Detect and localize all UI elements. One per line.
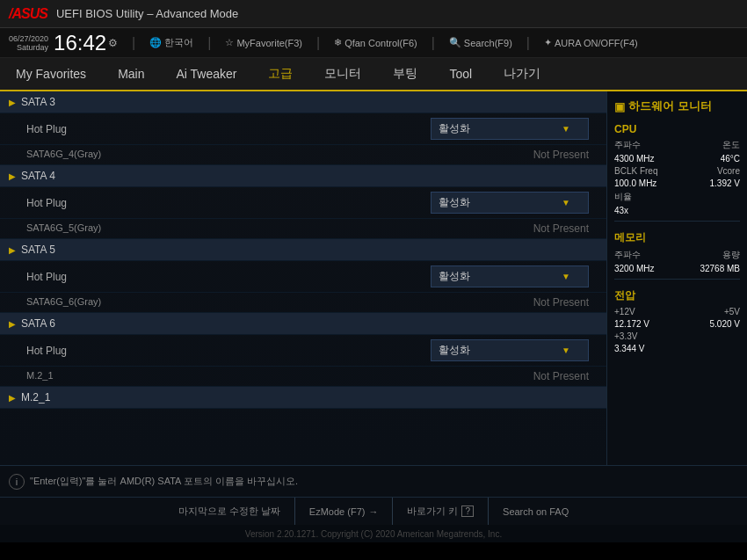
topbar-sep4: |: [432, 35, 435, 51]
sata3-arrow: ▶: [9, 98, 16, 107]
sata5-subrow-label: SATA6G_6(Gray): [26, 296, 101, 309]
sata4-hotplug-value: 활성화: [439, 195, 470, 210]
nav-exit[interactable]: 나가기: [488, 58, 556, 90]
date-display: 06/27/2020: [9, 34, 48, 43]
v5-label: +5V: [724, 307, 740, 316]
sata3-hotplug-label: Hot Plug: [26, 123, 431, 135]
sata6-header[interactable]: ▶ SATA 6: [0, 313, 606, 335]
sata4-subrow-label: SATA6G_5(Gray): [26, 222, 101, 235]
bios-title: UEFI BIOS Utility – Advanced Mode: [56, 7, 238, 20]
voltage-section-label: 전압: [614, 288, 740, 303]
memory-section-label: 메모리: [614, 230, 740, 245]
last-modified-button[interactable]: 마지막으로 수정한 날짜: [164, 498, 295, 525]
nav-my-favorites[interactable]: My Favorites: [0, 58, 102, 90]
bclk-value: 100.0 MHz: [614, 178, 656, 188]
sata3-label: SATA 3: [21, 96, 55, 108]
ezmode-label: EzMode (F7): [309, 506, 366, 517]
cpu-freq-label: 주파수: [614, 139, 641, 151]
m2-header[interactable]: ▶ M.2_1: [0, 387, 606, 409]
v12-v5-values-row: 12.172 V 5.020 V: [614, 319, 740, 329]
sata4-arrow: ▶: [9, 171, 16, 181]
sata5-header[interactable]: ▶ SATA 5: [0, 239, 606, 261]
ratio-label-row: 비율: [614, 191, 740, 203]
v33-value: 3.344 V: [614, 344, 644, 353]
ezmode-icon: →: [368, 506, 378, 517]
mem-freq-label: 주파수: [614, 249, 641, 261]
bclk-label: BCLK Freq: [614, 166, 657, 176]
sata5-hotplug-label: Hot Plug: [26, 271, 431, 283]
sata4-hotplug-label: Hot Plug: [26, 197, 431, 209]
shortcuts-button[interactable]: 바로가기 키 ?: [393, 498, 489, 525]
ratio-value: 43x: [614, 206, 628, 215]
sata5-hotplug-dropdown[interactable]: 활성화 ▼: [431, 265, 589, 287]
search-button[interactable]: 🔍 Search(F9): [449, 37, 512, 48]
bclk-vcore-label-row: BCLK Freq Vcore: [614, 166, 740, 176]
topbar-sep1: |: [132, 35, 135, 51]
nav-monitor[interactable]: 모니터: [308, 58, 377, 90]
ratio-label: 비율: [614, 191, 632, 203]
sata3-subrow-label: SATA6G_4(Gray): [26, 149, 101, 161]
sata4-subrow-value: Not Present: [533, 222, 589, 235]
v12-value: 12.172 V: [614, 319, 649, 329]
m2-arrow: ▶: [9, 393, 16, 403]
sata4-label: SATA 4: [21, 170, 55, 182]
version-text: Version 2.20.1271. Copyright (C) 2020 Am…: [245, 529, 502, 539]
search-icon: 🔍: [449, 37, 461, 48]
sata4-header[interactable]: ▶ SATA 4: [0, 165, 606, 187]
sidebar-divider-2: [614, 279, 740, 280]
sata3-hotplug-dropdown[interactable]: 활성화 ▼: [431, 118, 589, 140]
navbar: My Favorites Main Ai Tweaker 고급 모니터 부팅 T…: [0, 58, 747, 91]
sata6-arrow: ▶: [9, 319, 16, 329]
nav-ai-tweaker[interactable]: Ai Tweaker: [160, 58, 252, 90]
cpu-temp-value: 46°C: [721, 154, 740, 164]
mem-values-row: 3200 MHz 32768 MB: [614, 264, 740, 273]
sata6-label: SATA 6: [21, 317, 55, 330]
bclk-vcore-value-row: 100.0 MHz 1.392 V: [614, 178, 740, 188]
myfavorite-button[interactable]: ☆ MyFavorite(F3): [225, 37, 302, 48]
m2-label: M.2_1: [21, 391, 50, 404]
dropdown-arrow-3: ▼: [562, 272, 570, 281]
sata3-subrow: SATA6G_4(Gray) Not Present: [0, 145, 606, 165]
aura-icon: ✦: [544, 37, 552, 48]
v12-v5-labels-row: +12V +5V: [614, 307, 740, 316]
v5-value: 5.020 V: [710, 319, 740, 329]
bios-content: ▶ SATA 3 Hot Plug 활성화 ▼ SATA6G_4(Gray) N…: [0, 91, 606, 465]
main-layout: ▶ SATA 3 Hot Plug 활성화 ▼ SATA6G_4(Gray) N…: [0, 91, 747, 465]
topbar-sep5: |: [526, 35, 530, 51]
sata3-subrow-value: Not Present: [533, 149, 589, 161]
infobar: i "Enter(입력)"를 눌러 AMD(R) SATA 포트의 이름을 바꾸…: [0, 465, 747, 497]
search-faq-button[interactable]: Search on FAQ: [489, 498, 583, 525]
sata6-hotplug-value: 활성화: [439, 343, 470, 358]
v33-label: +3.3V: [614, 331, 637, 341]
cpu-freq-value: 4300 MHz: [614, 154, 655, 164]
nav-advanced[interactable]: 고급: [252, 58, 308, 91]
sata5-label: SATA 5: [21, 244, 55, 256]
language-button[interactable]: 🌐 한국어: [149, 36, 193, 49]
nav-boot[interactable]: 부팅: [377, 58, 433, 90]
last-modified-label: 마지막으로 수정한 날짜: [178, 505, 280, 518]
sata5-arrow: ▶: [9, 245, 16, 255]
sata4-hotplug-dropdown[interactable]: 활성화 ▼: [431, 192, 589, 214]
nav-tool[interactable]: Tool: [433, 58, 488, 90]
vcore-label: Vcore: [717, 166, 740, 176]
dropdown-arrow-2: ▼: [562, 198, 570, 207]
aura-button[interactable]: ✦ AURA ON/OFF(F4): [544, 37, 638, 48]
sata3-header[interactable]: ▶ SATA 3: [0, 91, 606, 113]
sata6-subrow: M.2_1 Not Present: [0, 367, 606, 387]
cpu-freq-value-row: 4300 MHz 46°C: [614, 154, 740, 164]
sata6-subrow-value: Not Present: [533, 370, 589, 382]
globe-icon: 🌐: [149, 37, 162, 48]
sata6-hotplug-row: Hot Plug 활성화 ▼: [0, 335, 606, 367]
cpu-freq-row: 주파수 온도: [614, 139, 740, 151]
bottombar: 마지막으로 수정한 날짜 EzMode (F7) → 바로가기 키 ? Sear…: [0, 497, 747, 525]
ezmode-button[interactable]: EzMode (F7) →: [295, 498, 394, 525]
nav-main[interactable]: Main: [102, 58, 160, 90]
settings-icon[interactable]: ⚙: [108, 37, 118, 49]
search-faq-label: Search on FAQ: [503, 506, 569, 517]
topbar: 06/27/2020 Saturday 16:42 ⚙ | 🌐 한국어 | ☆ …: [0, 28, 747, 58]
sata6-hotplug-label: Hot Plug: [26, 345, 431, 357]
qfan-button[interactable]: ❄ Qfan Control(F6): [334, 37, 417, 48]
day-display: Saturday: [17, 43, 48, 52]
sata6-hotplug-dropdown[interactable]: 활성화 ▼: [431, 339, 589, 361]
sata4-subrow: SATA6G_5(Gray) Not Present: [0, 219, 606, 239]
